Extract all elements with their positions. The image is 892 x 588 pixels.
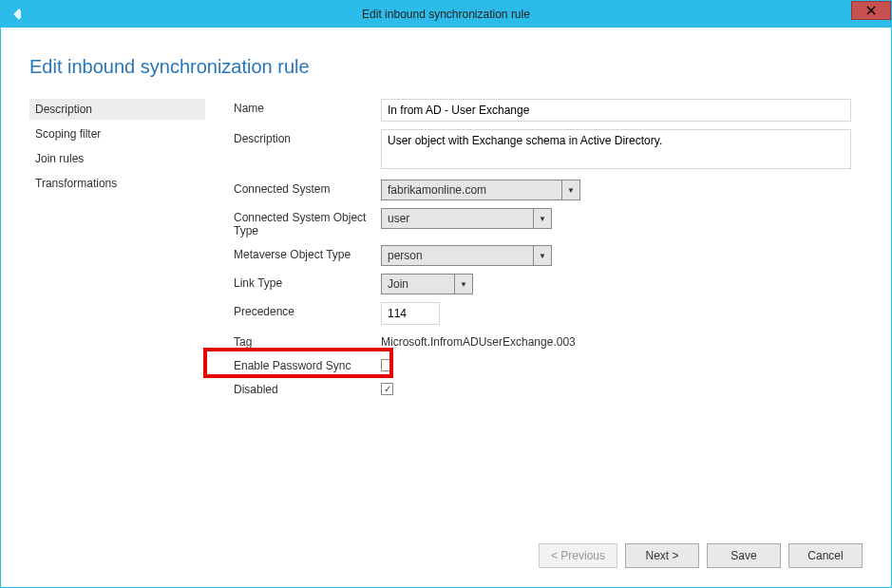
label-connected-system: Connected System (234, 180, 381, 196)
row-disabled: Disabled ✓ (234, 380, 863, 396)
row-precedence: Precedence (234, 302, 863, 325)
chevron-down-icon: ▼ (562, 180, 579, 199)
window-title: Edit inbound synchronization rule (362, 8, 530, 21)
save-button[interactable]: Save (707, 543, 781, 568)
link-type-value: Join (382, 275, 455, 294)
metaverse-object-type-value: person (382, 246, 534, 265)
sidebar-item-description[interactable]: Description (29, 99, 205, 120)
row-tag: Tag Microsoft.InfromADUserExchange.003 (234, 332, 863, 349)
connected-system-value: fabrikamonline.com (382, 180, 562, 199)
sidebar-item-scoping-filter[interactable]: Scoping filter (29, 123, 205, 144)
chevron-down-icon: ▼ (534, 246, 551, 265)
titlebar: Edit inbound synchronization rule (1, 1, 891, 28)
label-disabled: Disabled (234, 380, 381, 396)
page-title: Edit inbound synchronization rule (29, 56, 863, 78)
row-description: Description User object with Exchange sc… (234, 129, 863, 172)
precedence-input[interactable] (381, 302, 440, 325)
chevron-down-icon: ▼ (534, 209, 551, 228)
label-link-type: Link Type (234, 274, 381, 290)
label-tag: Tag (234, 332, 381, 349)
label-description: Description (234, 129, 381, 145)
disabled-checkbox[interactable]: ✓ (381, 383, 393, 395)
label-metaverse-object-type: Metaverse Object Type (234, 245, 381, 261)
next-button[interactable]: Next > (625, 543, 699, 568)
name-input[interactable] (381, 99, 851, 122)
row-connected-system-object-type: Connected System Object Type user ▼ (234, 208, 863, 237)
connected-system-object-type-value: user (382, 209, 534, 228)
close-button[interactable] (851, 1, 891, 20)
app-icon (7, 7, 22, 22)
window: Edit inbound synchronization rule Edit i… (0, 0, 892, 588)
connected-system-object-type-select[interactable]: user ▼ (381, 208, 552, 229)
label-enable-password-sync: Enable Password Sync (234, 356, 381, 372)
connected-system-select[interactable]: fabrikamonline.com ▼ (381, 180, 580, 200)
sidebar-item-join-rules[interactable]: Join rules (29, 148, 205, 169)
row-name: Name (234, 99, 863, 122)
button-row: < Previous Next > Save Cancel (539, 543, 863, 568)
row-metaverse-object-type: Metaverse Object Type person ▼ (234, 245, 863, 266)
enable-password-sync-checkbox[interactable] (381, 359, 393, 371)
content-row: Description Scoping filter Join rules Tr… (29, 99, 863, 587)
sidebar: Description Scoping filter Join rules Tr… (29, 99, 205, 587)
row-link-type: Link Type Join ▼ (234, 274, 863, 294)
row-connected-system: Connected System fabrikamonline.com ▼ (234, 180, 863, 200)
previous-button[interactable]: < Previous (539, 543, 617, 568)
body-area: Edit inbound synchronization rule Descri… (1, 28, 891, 587)
label-name: Name (234, 99, 381, 115)
label-connected-system-object-type: Connected System Object Type (234, 208, 381, 237)
row-enable-password-sync: Enable Password Sync (234, 356, 863, 374)
chevron-down-icon: ▼ (455, 275, 472, 294)
description-input[interactable]: User object with Exchange schema in Acti… (381, 129, 851, 169)
svg-rect-1 (14, 9, 21, 19)
cancel-button[interactable]: Cancel (788, 543, 863, 568)
link-type-select[interactable]: Join ▼ (381, 274, 473, 294)
label-precedence: Precedence (234, 302, 381, 318)
sidebar-item-transformations[interactable]: Transformations (29, 173, 205, 194)
form-area: Name Description User object with Exchan… (205, 99, 863, 587)
tag-value: Microsoft.InfromADUserExchange.003 (381, 332, 863, 349)
metaverse-object-type-select[interactable]: person ▼ (381, 245, 552, 266)
